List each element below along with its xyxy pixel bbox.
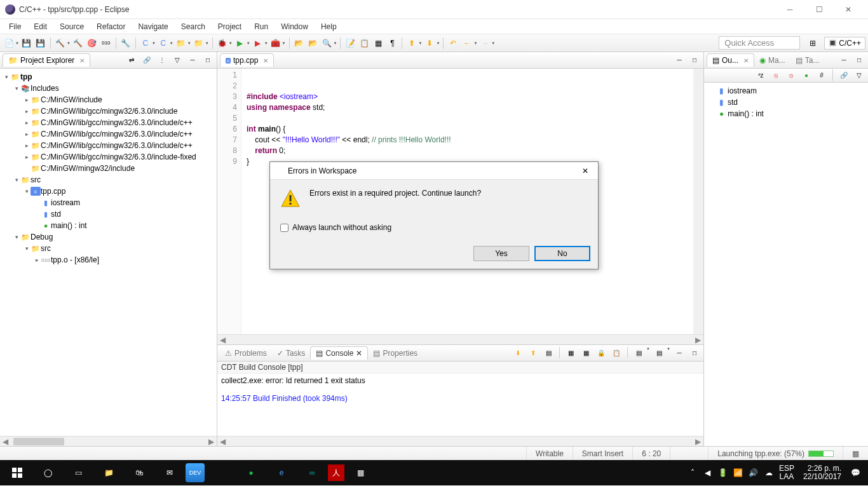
- tree-file[interactable]: ▾ctpp.cpp: [0, 186, 217, 197]
- ext-tools-icon[interactable]: 🧰: [269, 37, 282, 50]
- dropdown-icon[interactable]: ▼: [418, 41, 422, 45]
- menu-edit[interactable]: Edit: [27, 20, 53, 33]
- new-icon[interactable]: 📄: [3, 37, 15, 50]
- tray-onedrive-icon[interactable]: ☁: [764, 468, 774, 478]
- console-horizontal-scrollbar[interactable]: ◀▶: [217, 436, 703, 446]
- start-button[interactable]: [3, 460, 32, 485]
- menu-search[interactable]: Search: [175, 20, 212, 33]
- open-perspective-icon[interactable]: ⊞: [806, 37, 819, 50]
- close-button[interactable]: ✕: [834, 0, 863, 19]
- hide-nonpublic-icon[interactable]: ●: [800, 69, 813, 82]
- tray-language[interactable]: ESPLAA: [779, 464, 794, 481]
- new-folder-icon[interactable]: 📁: [193, 37, 205, 50]
- open-console-icon[interactable]: ▤: [632, 347, 645, 360]
- scroll-lock-icon[interactable]: ⬇: [512, 347, 524, 360]
- dropdown-icon[interactable]: ▼: [264, 41, 268, 45]
- display-icon[interactable]: ▤: [542, 347, 555, 360]
- console-icon[interactable]: ▦: [564, 347, 577, 360]
- outline-item[interactable]: ▮std: [708, 97, 864, 108]
- tree-symbol[interactable]: ●main() : int: [0, 220, 217, 231]
- devcpp-icon[interactable]: DEV: [186, 463, 205, 482]
- maximize-view-icon[interactable]: □: [201, 54, 214, 67]
- dropdown-icon[interactable]: ▼: [282, 41, 286, 45]
- perspective-cpp[interactable]: 🔳 C/C++: [824, 37, 865, 50]
- minimize-view-icon[interactable]: ─: [186, 54, 199, 67]
- yes-button[interactable]: Yes: [473, 246, 529, 261]
- pin-icon[interactable]: ⬆: [527, 347, 539, 360]
- forward-icon[interactable]: →: [478, 37, 491, 50]
- close-icon[interactable]: ✕: [743, 57, 749, 64]
- view-menu-icon[interactable]: ▽: [853, 69, 865, 82]
- spotify-icon[interactable]: ●: [236, 460, 266, 485]
- tree-src[interactable]: ▾📁src: [0, 174, 217, 186]
- project-explorer-tab[interactable]: 📁 Project Explorer ✕: [3, 53, 90, 67]
- hammer-icon[interactable]: 🔨: [72, 37, 85, 50]
- dropdown-icon[interactable]: ▼: [334, 41, 337, 45]
- new-cpp-icon[interactable]: C: [139, 37, 152, 50]
- arduino-icon[interactable]: ∞: [297, 460, 327, 485]
- menu-file[interactable]: File: [3, 20, 27, 33]
- store-icon[interactable]: 🛍: [125, 460, 154, 485]
- annotation-prev-icon[interactable]: ⬆: [405, 37, 418, 50]
- outline-item[interactable]: ●main() : int: [708, 108, 864, 119]
- minimize-view-icon[interactable]: ─: [837, 54, 850, 67]
- dropdown-icon[interactable]: ▼: [15, 41, 19, 45]
- maximize-view-icon[interactable]: □: [688, 347, 701, 360]
- dropdown-icon[interactable]: ▼: [152, 41, 156, 45]
- outline-tab[interactable]: ▤Ou...✕: [707, 53, 754, 67]
- clear-icon[interactable]: 🔒: [595, 347, 607, 360]
- tree-debug[interactable]: ▾📁Debug: [0, 231, 217, 243]
- new-console-icon[interactable]: ▤: [653, 347, 665, 360]
- menu-window[interactable]: Window: [275, 20, 315, 33]
- wand-icon[interactable]: 📝: [344, 37, 356, 50]
- hide-fields-icon[interactable]: ⦸: [770, 69, 782, 82]
- tree-includes[interactable]: ▾📚Includes: [0, 83, 217, 94]
- search-icon[interactable]: 🔍: [321, 37, 334, 50]
- wrap-icon[interactable]: 📋: [610, 347, 623, 360]
- quick-access-input[interactable]: Quick Access: [719, 36, 800, 50]
- menu-help[interactable]: Help: [315, 20, 343, 33]
- tree-symbol[interactable]: ▮std: [0, 208, 217, 220]
- tree-include-path[interactable]: ▸📁C:/MinGW/lib/gcc/mingw32/6.3.0/include…: [0, 140, 217, 151]
- target-icon[interactable]: 🎯: [86, 37, 98, 50]
- link-icon[interactable]: 🔗: [837, 69, 850, 82]
- dropdown-icon[interactable]: ▼: [187, 41, 191, 45]
- make-tab[interactable]: ◉Ma...: [754, 54, 790, 67]
- minimize-view-icon[interactable]: ─: [673, 54, 686, 67]
- dropdown-icon[interactable]: ▼: [229, 41, 233, 45]
- editor-horizontal-scrollbar[interactable]: ◀▶: [217, 334, 703, 344]
- tree-include-path[interactable]: 📁C:/MinGW/mingw32/include: [0, 163, 217, 174]
- tray-wifi-icon[interactable]: 📶: [733, 468, 743, 478]
- edge-icon[interactable]: e: [267, 460, 296, 485]
- save-icon[interactable]: 💾: [20, 37, 33, 50]
- tree-debug-src[interactable]: ▾📁src: [0, 243, 217, 254]
- run-icon[interactable]: ▶: [234, 37, 247, 50]
- close-icon[interactable]: ✕: [356, 349, 362, 358]
- focus-icon[interactable]: ⋮: [156, 54, 168, 67]
- hide-static-icon[interactable]: ⦸: [785, 69, 797, 82]
- dropdown-icon[interactable]: ▼: [205, 41, 209, 45]
- maximize-view-icon[interactable]: □: [688, 54, 701, 67]
- annotation-next-icon[interactable]: ⬇: [423, 37, 436, 50]
- tree-include-path[interactable]: ▸📁C:/MinGW/lib/gcc/mingw32/6.3.0/include…: [0, 151, 217, 163]
- save-all-icon[interactable]: 💾: [34, 37, 47, 50]
- tree-include-path[interactable]: ▸📁C:/MinGW/lib/gcc/mingw32/6.3.0/include…: [0, 128, 217, 140]
- tray-clock[interactable]: 2:26 p. m.22/10/2017: [799, 464, 845, 481]
- tree-symbol[interactable]: ▮iostream: [0, 197, 217, 208]
- tree-include-path[interactable]: ▸📁C:/MinGW/lib/gcc/mingw32/6.3.0/include…: [0, 117, 217, 128]
- view-menu-icon[interactable]: ▽: [171, 54, 184, 67]
- close-icon[interactable]: ✕: [263, 57, 268, 64]
- app-icon[interactable]: ▦: [346, 460, 375, 485]
- tab-tasks[interactable]: ✓Tasks: [272, 347, 311, 360]
- menu-navigate[interactable]: Navigate: [132, 20, 174, 33]
- menu-project[interactable]: Project: [212, 20, 248, 33]
- task-view-icon[interactable]: ▭: [64, 460, 93, 485]
- minimize-button[interactable]: ─: [775, 0, 804, 19]
- dropdown-icon[interactable]: ▼: [67, 41, 71, 45]
- dropdown-icon[interactable]: ▼: [646, 347, 650, 360]
- console-icon2[interactable]: ▦: [580, 347, 592, 360]
- dropdown-icon[interactable]: ▼: [436, 41, 440, 45]
- debug-icon[interactable]: 🐞: [216, 37, 229, 50]
- tab-problems[interactable]: ⚠Problems: [220, 347, 272, 360]
- dropdown-icon[interactable]: ▼: [667, 347, 670, 360]
